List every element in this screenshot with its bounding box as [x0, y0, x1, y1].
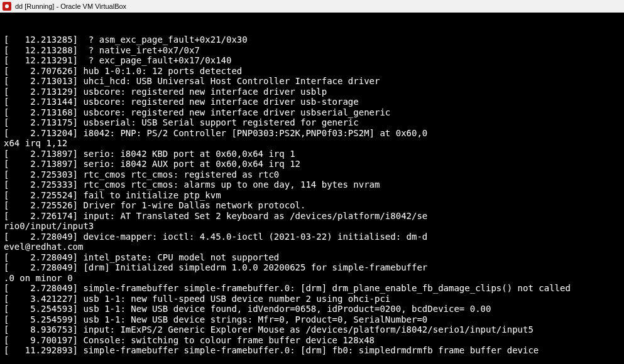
- log-line: [ 2.728049] intel_pstate: CPU model not …: [4, 252, 620, 263]
- log-line: [ 12.213288] ? native_iret+0x7/0x7: [4, 45, 620, 56]
- log-line: [ 2.725303] rtc_cmos rtc_cmos: registere…: [4, 169, 620, 180]
- log-line: [ 2.713013] uhci_hcd: USB Universal Host…: [4, 76, 620, 87]
- console-output: [ 12.213285] ? asm_exc_page_fault+0x21/0…: [0, 13, 624, 364]
- log-line: evel@redhat.com: [4, 242, 620, 252]
- app-icon: [3, 2, 11, 11]
- log-line: rio0/input/input3: [4, 221, 620, 232]
- log-line: [ 9.700197] Console: switching to colour…: [4, 335, 620, 346]
- log-line: [ 2.713204] i8042: PNP: PS/2 Controller …: [4, 128, 620, 139]
- log-line: [ 3.421227] usb 1-1: new full-speed USB …: [4, 294, 620, 304]
- log-line: .0 on minor 0: [4, 273, 620, 284]
- log-line: [ 2.713897] serio: i8042 KBD port at 0x6…: [4, 149, 620, 159]
- log-line: [ 5.254599] usb 1-1: New USB device stri…: [4, 314, 620, 325]
- log-line: [ 2.707626] hub 1-0:1.0: 12 ports detect…: [4, 66, 620, 77]
- log-line: [ 2.728049] simple-framebuffer simple-fr…: [4, 283, 620, 294]
- log-line: [ 2.713168] usbcore: registered new inte…: [4, 107, 620, 118]
- log-line: [ 2.725524] fail to initialize ptp_kvm: [4, 190, 620, 201]
- log-line: x64 irq 1,12: [4, 138, 620, 149]
- log-line: [ 2.725333] rtc_cmos rtc_cmos: alarms up…: [4, 179, 620, 190]
- log-line: [ 11.292893] simple-framebuffer simple-f…: [4, 345, 620, 356]
- log-line: [ 2.713897] serio: i8042 AUX port at 0x6…: [4, 159, 620, 169]
- log-line: [ 2.728049] device-mapper: ioctl: 4.45.0…: [4, 232, 620, 242]
- log-line: [ 12.213285] ? asm_exc_page_fault+0x21/0…: [4, 35, 620, 45]
- log-line: [ 2.713129] usbcore: registered new inte…: [4, 87, 620, 97]
- log-line: [ 12.213291] ? exc_page_fault+0x17/0x140: [4, 55, 620, 66]
- log-line: [ 2.713144] usbcore: registered new inte…: [4, 97, 620, 107]
- log-line: [ 2.725526] Driver for 1-wire Dallas net…: [4, 200, 620, 211]
- log-line: [ 8.936753] input: ImExPS/2 Generic Expl…: [4, 324, 620, 335]
- log-line: [ 5.254593] usb 1-1: New USB device foun…: [4, 304, 620, 314]
- log-line: [ 2.728049] [drm] Initialized simpledrm …: [4, 262, 620, 273]
- window-title: dd [Running] - Oracle VM VirtualBox: [15, 3, 126, 10]
- window-titlebar[interactable]: dd [Running] - Oracle VM VirtualBox: [0, 0, 624, 13]
- log-line: [ 2.713175] usbserial: USB Serial suppor…: [4, 117, 620, 128]
- log-line: [ 2.726174] input: AT Translated Set 2 k…: [4, 211, 620, 222]
